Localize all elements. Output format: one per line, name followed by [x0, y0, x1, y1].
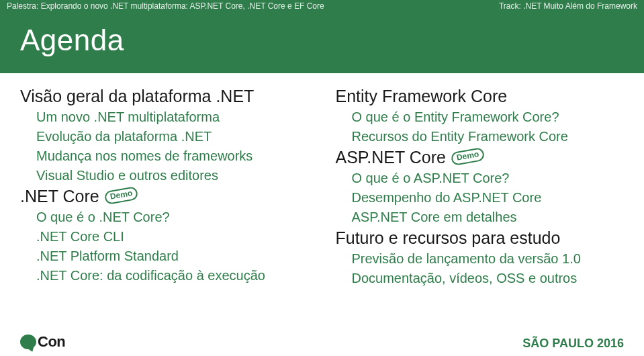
section-aspnetcore: ASP.NET Core Demo	[336, 148, 625, 167]
section-label: .NET Core	[20, 187, 99, 206]
list-item: Desempenho do ASP.NET Core	[352, 188, 625, 208]
section-label: Visão geral da plataforma .NET	[20, 87, 254, 106]
section-label: ASP.NET Core	[336, 148, 446, 167]
list-item: O que é o .NET Core?	[36, 208, 309, 227]
section-label: Futuro e recursos para estudo	[336, 228, 561, 248]
slide-title: Agenda	[20, 24, 624, 57]
footer-location: SÃO PAULO 2016	[522, 337, 624, 351]
footer: Con SÃO PAULO 2016	[0, 333, 644, 351]
section-efcore: Entity Framework Core	[336, 87, 625, 106]
section-future: Futuro e recursos para estudo	[336, 228, 625, 248]
list-item: .NET Platform Standard	[36, 247, 309, 266]
header-bar: Palestra: Explorando o novo .NET multipl…	[0, 0, 644, 11]
list-item: Visual Studio e outros editores	[36, 166, 309, 185]
list-item: Previsão de lançamento da versão 1.0	[352, 249, 625, 269]
list-item: Recursos do Entity Framework Core	[352, 127, 625, 146]
list-item: ASP.NET Core em detalhes	[352, 208, 625, 227]
qcon-logo: Con	[20, 333, 65, 351]
section-label: Entity Framework Core	[336, 87, 508, 106]
title-band: Agenda	[0, 11, 644, 73]
track-title: Track: .NET Muito Além do Framework	[499, 1, 637, 11]
section-overview: Visão geral da plataforma .NET	[20, 87, 309, 106]
list-item: Um novo .NET multiplataforma	[36, 107, 309, 127]
list-item: .NET Core: da codificação à execução	[36, 266, 309, 285]
left-column: Visão geral da plataforma .NET Um novo .…	[20, 85, 309, 288]
list-item: .NET Core CLI	[36, 227, 309, 247]
right-column: Entity Framework Core O que é o Entity F…	[336, 85, 625, 288]
list-item: Documentação, vídeos, OSS e outros	[352, 269, 625, 288]
list-item: Evolução da plataforma .NET	[36, 127, 309, 146]
talk-title: Palestra: Explorando o novo .NET multipl…	[7, 1, 324, 11]
demo-badge-icon: Demo	[451, 146, 486, 165]
list-item: O que é o Entity Framework Core?	[352, 107, 625, 127]
list-item: Mudança nos nomes de frameworks	[36, 146, 309, 166]
list-item: O que é o ASP.NET Core?	[352, 169, 625, 188]
qcon-bubble-icon	[20, 335, 36, 349]
content-area: Visão geral da plataforma .NET Um novo .…	[0, 73, 644, 288]
section-netcore: .NET Core Demo	[20, 187, 309, 206]
demo-badge-icon: Demo	[103, 185, 138, 204]
qcon-logo-text: Con	[38, 333, 65, 351]
